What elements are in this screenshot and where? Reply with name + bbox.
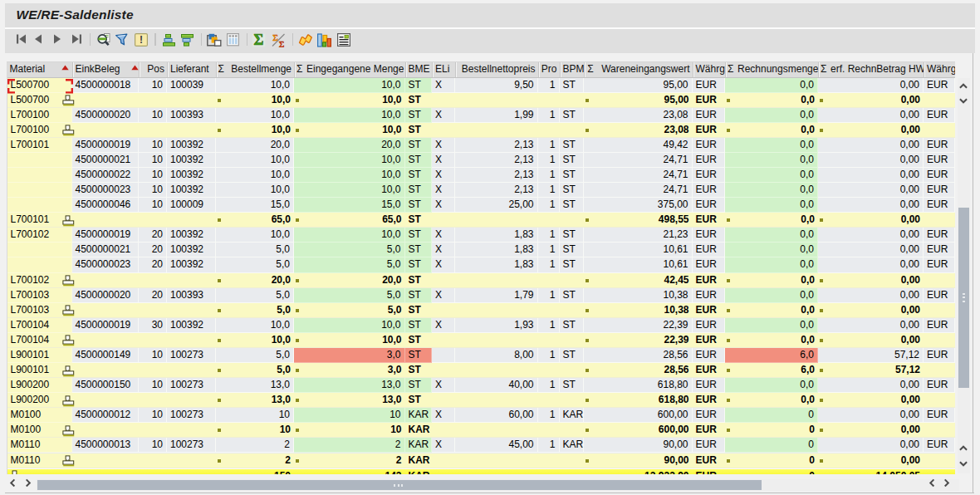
svg-text:!: ! [140,34,143,46]
svg-text:Σ: Σ [278,39,284,47]
svg-text:Σ: Σ [254,33,264,47]
